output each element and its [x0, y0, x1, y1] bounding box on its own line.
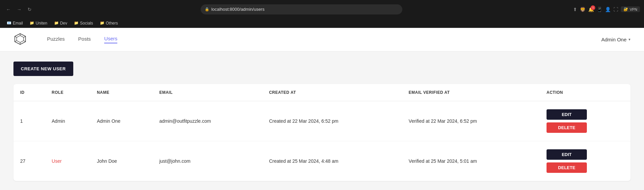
lock-icon: 🔒 [205, 7, 209, 11]
bookmark-others-label: Others [106, 21, 118, 26]
cell-role-2: User [45, 141, 90, 181]
svg-line-6 [15, 40, 17, 41]
cell-id-2: 27 [13, 141, 45, 181]
table-header: ID ROLE NAME EMAIL CREATED AT EMAIL VERI… [13, 84, 631, 101]
user-profile-icon[interactable]: 👤 [605, 7, 611, 12]
reload-button[interactable]: ↻ [26, 5, 34, 13]
cell-created-at-2: Created at 25 Mar 2024, 4:48 am [262, 141, 402, 181]
cast-icon[interactable]: 📱 [597, 7, 602, 12]
url-text: localhost:8000/admin/users [211, 7, 265, 12]
edit-button-1[interactable]: EDIT [547, 109, 587, 120]
nav-link-posts[interactable]: Posts [78, 36, 91, 43]
cell-action-2: EDIT DELETE [540, 141, 631, 181]
role-badge-admin: Admin [52, 118, 65, 124]
nav-link-users[interactable]: Users [104, 36, 117, 43]
share-icon[interactable]: ⬆ [573, 7, 577, 12]
back-button[interactable]: ← [4, 5, 13, 13]
action-buttons-2: EDIT DELETE [547, 149, 624, 173]
cell-id-1: 1 [13, 101, 45, 141]
bookmark-others[interactable]: 📁 Others [97, 20, 121, 26]
brave-icon: 🦁 [580, 7, 586, 12]
cell-action-1: EDIT DELETE [540, 101, 631, 141]
col-role: ROLE [45, 84, 90, 101]
users-table: ID ROLE NAME EMAIL CREATED AT EMAIL VERI… [13, 84, 631, 181]
fullscreen-icon[interactable]: ⛶ [613, 7, 618, 12]
chevron-down-icon: ▾ [629, 37, 631, 42]
svg-line-3 [24, 36, 26, 37]
folder-icon-dev: 📁 [54, 21, 59, 25]
bookmark-uniten[interactable]: 📁 Uniten [27, 20, 50, 26]
bookmark-email[interactable]: 📧 Email [4, 20, 26, 26]
col-action: ACTION [540, 84, 631, 101]
delete-button-2[interactable]: DELETE [547, 162, 587, 173]
col-id: ID [13, 84, 45, 101]
browser-right-icons: ⬆ 🦁 🔔 1 📱 👤 ⛶ 🔐 VPN [573, 6, 640, 12]
folder-icon-uniten: 📁 [30, 21, 34, 25]
bookmark-socials[interactable]: 📁 Socials [71, 20, 96, 26]
email-icon: 📧 [7, 21, 11, 25]
users-table-container: ID ROLE NAME EMAIL CREATED AT EMAIL VERI… [13, 84, 631, 181]
user-menu-label: Admin One [601, 37, 627, 42]
cell-role-1: Admin [45, 101, 90, 141]
bookmarks-bar: 📧 Email 📁 Uniten 📁 Dev 📁 Socials 📁 Other… [0, 18, 644, 28]
laravel-logo-svg [13, 32, 27, 46]
cell-name-2: John Doe [90, 141, 153, 181]
vpn-icon: 🔐 [623, 7, 628, 11]
cell-verified-at-2: Verified at 25 Mar 2024, 5:01 am [402, 141, 540, 181]
vpn-badge[interactable]: 🔐 VPN [621, 6, 640, 12]
nav-links: Puzzles Posts Users [47, 36, 117, 43]
app-nav: Puzzles Posts Users Admin One ▾ [0, 28, 644, 51]
bookmark-email-label: Email [13, 21, 23, 26]
role-badge-user: User [52, 158, 62, 164]
folder-icon-others: 📁 [100, 21, 105, 25]
svg-marker-1 [17, 35, 24, 42]
table-row: 1 Admin Admin One admin@outfitpuzzle.com… [13, 101, 631, 141]
address-bar[interactable]: 🔒 localhost:8000/admin/users [201, 4, 402, 14]
col-name: NAME [90, 84, 153, 101]
folder-icon-socials: 📁 [74, 21, 79, 25]
cell-email-2: just@john.com [153, 141, 263, 181]
forward-button[interactable]: → [15, 5, 24, 13]
col-created-at: CREATED AT [262, 84, 402, 101]
table-row: 27 User John Doe just@john.com Created a… [13, 141, 631, 181]
browser-nav-buttons: ← → ↻ [4, 5, 34, 13]
bookmark-socials-label: Socials [80, 21, 93, 26]
cell-email-1: admin@outfitpuzzle.com [153, 101, 263, 141]
action-buttons-1: EDIT DELETE [547, 109, 624, 133]
table-body: 1 Admin Admin One admin@outfitpuzzle.com… [13, 101, 631, 181]
app-logo [13, 32, 27, 47]
vpn-label: VPN [630, 7, 637, 11]
bookmark-dev[interactable]: 📁 Dev [51, 20, 70, 26]
cell-created-at-1: Created at 22 Mar 2024, 6:52 pm [262, 101, 402, 141]
cell-verified-at-1: Verified at 22 Mar 2024, 6:52 pm [402, 101, 540, 141]
main-content: CREATE NEW USER ID ROLE NAME EMAIL CREAT… [0, 51, 644, 190]
col-email: EMAIL [153, 84, 263, 101]
col-email-verified-at: EMAIL VERIFIED AT [402, 84, 540, 101]
svg-line-7 [15, 36, 17, 37]
delete-button-1[interactable]: DELETE [547, 122, 587, 133]
nav-link-puzzles[interactable]: Puzzles [47, 36, 65, 43]
bookmark-dev-label: Dev [60, 21, 67, 26]
browser-chrome: ← → ↻ 🔒 localhost:8000/admin/users ⬆ 🦁 🔔… [0, 0, 644, 18]
edit-button-2[interactable]: EDIT [547, 149, 587, 160]
cell-name-1: Admin One [90, 101, 153, 141]
svg-line-4 [24, 40, 26, 41]
user-menu[interactable]: Admin One ▾ [601, 37, 631, 42]
notification-badge: 1 [591, 5, 595, 10]
notification-icon[interactable]: 🔔 1 [588, 7, 594, 12]
table-header-row: ID ROLE NAME EMAIL CREATED AT EMAIL VERI… [13, 84, 631, 101]
bookmark-uniten-label: Uniten [36, 21, 47, 26]
create-new-user-button[interactable]: CREATE NEW USER [13, 62, 73, 76]
